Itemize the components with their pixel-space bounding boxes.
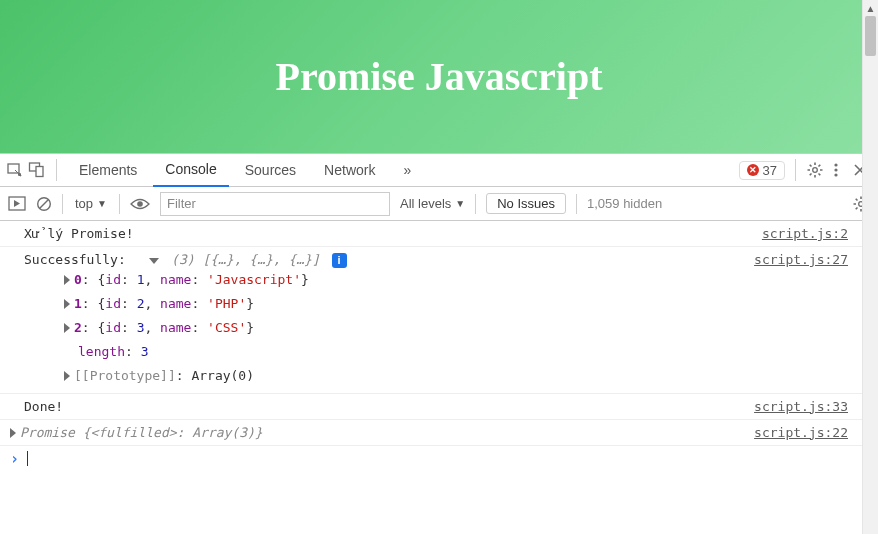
page-banner: Promise Javascript [0,0,878,153]
promise-summary: Promise {<fulfilled>: Array(3)} [20,425,263,440]
filter-input[interactable] [160,192,390,216]
kebab-icon[interactable] [828,161,844,179]
prompt-icon: › [10,450,19,468]
chevron-right-icon[interactable] [64,299,70,309]
source-link[interactable]: script.js:2 [762,226,868,241]
separator [119,194,120,214]
log-levels-selector[interactable]: All levels ▼ [400,196,465,211]
separator [62,194,63,214]
separator [56,159,57,181]
console-output: Xử lý Promise! script.js:2 Successfully:… [0,221,878,472]
sidebar-toggle-icon[interactable] [8,196,26,211]
tab-network[interactable]: Network [312,154,387,187]
svg-line-9 [40,199,48,207]
chevron-right-icon[interactable] [10,428,16,438]
clear-console-icon[interactable] [36,196,52,212]
chevron-down-icon: ▼ [455,198,465,209]
chevron-right-icon[interactable] [64,371,70,381]
tab-elements[interactable]: Elements [67,154,149,187]
page-title: Promise Javascript [276,53,603,100]
separator [795,159,796,181]
text-caret [27,451,28,466]
log-prefix: Successfully: [24,252,134,267]
hidden-count: 1,059 hidden [587,196,662,211]
chevron-right-icon[interactable] [64,275,70,285]
svg-point-4 [834,163,837,166]
chevron-down-icon[interactable] [149,258,159,264]
source-link[interactable]: script.js:33 [754,399,868,414]
svg-rect-2 [36,167,43,177]
log-message: Xử lý Promise! [24,226,762,241]
source-link[interactable]: script.js:27 [754,252,868,267]
source-link[interactable]: script.js:22 [754,425,868,440]
devtools-panel: Elements Console Sources Network » ✕ 37 … [0,153,878,472]
svg-point-3 [813,168,818,173]
separator [576,194,577,214]
svg-point-6 [834,173,837,176]
error-badge[interactable]: ✕ 37 [739,161,785,180]
chevron-down-icon: ▼ [97,198,107,209]
error-icon: ✕ [747,164,759,176]
console-prompt[interactable]: › [0,446,878,472]
devtools-tabbar: Elements Console Sources Network » ✕ 37 [0,153,878,187]
console-toolbar: top ▼ All levels ▼ No Issues 1,059 hidde… [0,187,878,221]
log-message: Done! [24,399,754,414]
log-entry: Done! script.js:33 [0,393,878,420]
inspect-icon[interactable] [6,161,24,179]
scroll-thumb[interactable] [865,16,876,56]
issues-button[interactable]: No Issues [486,193,566,214]
tabs-overflow[interactable]: » [391,154,423,187]
array-summary: [{…}, {…}, {…}] [202,252,319,267]
scrollbar-vertical[interactable]: ▲ [862,0,878,534]
svg-point-10 [137,201,143,207]
context-selector[interactable]: top ▼ [73,196,109,211]
error-count: 37 [763,163,777,178]
tab-sources[interactable]: Sources [233,154,308,187]
log-entry: Xử lý Promise! script.js:2 [0,221,878,247]
tab-console[interactable]: Console [153,154,228,187]
svg-point-5 [834,168,837,171]
eye-icon[interactable] [130,197,150,211]
array-length: (3) [171,252,194,267]
separator [475,194,476,214]
scroll-up-icon[interactable]: ▲ [863,0,878,16]
chevron-right-icon[interactable] [64,323,70,333]
gear-icon[interactable] [806,161,824,179]
log-entry-promise: Promise {<fulfilled>: Array(3)} script.j… [0,420,878,446]
info-icon[interactable]: i [332,253,347,268]
log-entry-array: Successfully: (3) [{…}, {…}, {…}] i 0: {… [0,247,878,393]
device-toggle-icon[interactable] [28,161,46,179]
